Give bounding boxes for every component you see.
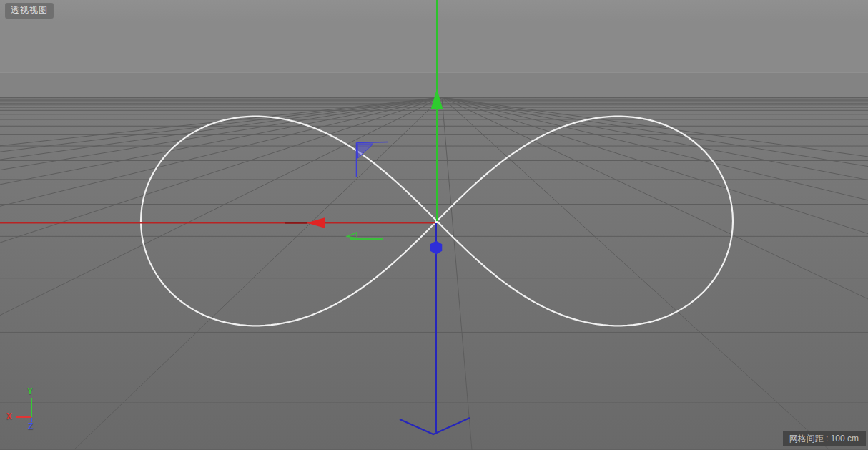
origin-point[interactable] — [435, 221, 438, 223]
sky — [0, 0, 868, 72]
axis-x-label: X — [6, 412, 12, 421]
view-label[interactable]: 透视视图 — [6, 4, 53, 18]
ground-plane — [0, 97, 868, 450]
scene-canvas[interactable] — [0, 0, 868, 450]
axis-x-line — [16, 416, 31, 418]
sky-lower-band — [0, 72, 868, 97]
axis-z-label: Z — [28, 422, 33, 431]
axis-y-line — [31, 398, 32, 417]
axis-y-label: Y — [27, 387, 33, 396]
viewport-3d[interactable]: 透视视图 网格间距 : 100 cm Y X Z — [0, 0, 868, 450]
grid-spacing-label: 网格间距 : 100 cm — [783, 431, 866, 446]
